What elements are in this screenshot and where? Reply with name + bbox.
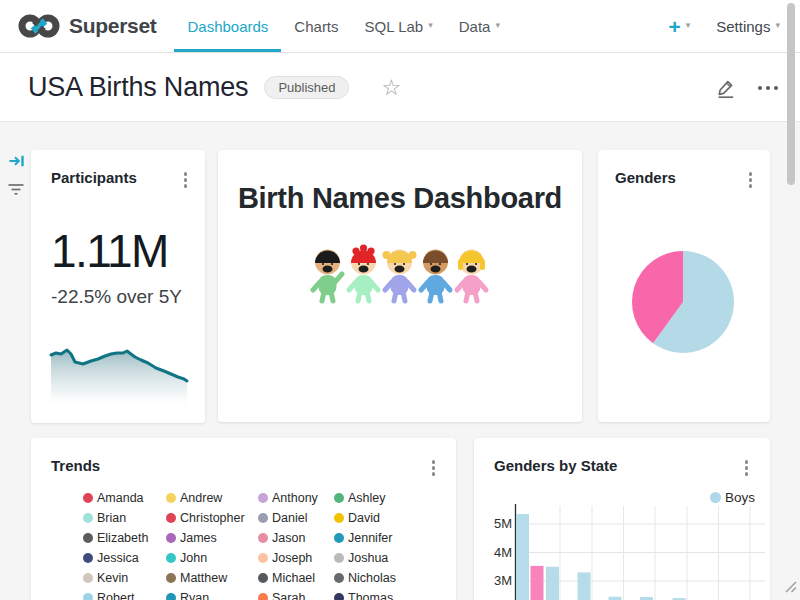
dashboard-grid: Participants 1.11M -22.5% over 5Y Birth … [0, 122, 800, 600]
legend-label: Amanda [97, 491, 144, 505]
page-title: USA Births Names [28, 72, 248, 103]
nav-item-label: Data [459, 18, 491, 35]
nav-right-actions: + ▾ Settings ▾ [668, 0, 800, 52]
main-nav: DashboardsChartsSQL Lab▾Data▾ [174, 0, 512, 52]
legend-bullet [166, 593, 176, 600]
legend-bullet [258, 553, 268, 563]
bar-boys[interactable] [546, 567, 559, 600]
edit-dashboard-button[interactable] [714, 76, 738, 100]
legend-label: John [180, 551, 207, 565]
genders-pie-chart [631, 250, 735, 354]
bar-boys[interactable] [516, 514, 529, 600]
favorite-star-icon[interactable]: ☆ [381, 77, 401, 99]
legend-item-amanda[interactable]: Amanda [83, 491, 166, 505]
card-menu-button[interactable] [182, 170, 190, 190]
legend-label: Jessica [97, 551, 139, 565]
legend-item-elizabeth[interactable]: Elizabeth [83, 531, 166, 545]
chart-title: Genders by State [494, 457, 617, 474]
legend-label: Sarah [272, 591, 305, 600]
legend-item-robert[interactable]: Robert [83, 591, 166, 600]
brand-name: Superset [69, 14, 156, 38]
nav-item-data[interactable]: Data▾ [446, 0, 513, 52]
more-options-button[interactable] [758, 86, 778, 90]
dashboard-header: USA Births Names Published ☆ [0, 54, 800, 122]
legend-item-ryan[interactable]: Ryan [166, 591, 258, 600]
nav-item-charts[interactable]: Charts [281, 0, 351, 52]
legend-item-andrew[interactable]: Andrew [166, 491, 258, 505]
child-figure [457, 250, 486, 302]
nav-item-dashboards[interactable]: Dashboards [174, 0, 281, 52]
legend-bullet [83, 593, 93, 600]
resize-grip-icon [780, 576, 798, 594]
legend-item-jennifer[interactable]: Jennifer [334, 531, 450, 545]
card-menu-button[interactable] [743, 458, 751, 478]
top-navbar: Superset DashboardsChartsSQL Lab▾Data▾ +… [0, 0, 800, 53]
child-figure [349, 244, 378, 301]
legend-bullet [258, 513, 268, 523]
legend-label: Ryan [180, 591, 209, 600]
card-participants: Participants 1.11M -22.5% over 5Y [31, 150, 205, 423]
legend-item-michael[interactable]: Michael [258, 571, 334, 585]
legend-label: Robert [97, 591, 135, 600]
legend-label: Joseph [272, 551, 312, 565]
legend-item-david[interactable]: David [334, 511, 450, 525]
bar-boys[interactable] [578, 572, 591, 600]
legend-bullet [258, 573, 268, 583]
legend-item-joshua[interactable]: Joshua [334, 551, 450, 565]
legend-item-kevin[interactable]: Kevin [83, 571, 166, 585]
card-trends: Trends AmandaAndrewAnthonyAshleyBrianChr… [31, 438, 456, 600]
card-menu-button[interactable] [747, 170, 755, 190]
chevron-down-icon: ▾ [428, 20, 433, 30]
legend-item-joseph[interactable]: Joseph [258, 551, 334, 565]
legend-label: Christopher [180, 511, 245, 525]
arrow-to-bar-icon [8, 152, 26, 170]
plus-icon: + [668, 16, 680, 37]
child-figure [421, 250, 450, 302]
legend-bullet [334, 573, 344, 583]
ellipsis-icon [758, 86, 762, 90]
expand-filter-bar-button[interactable] [8, 152, 26, 174]
legend-item-sarah[interactable]: Sarah [258, 591, 334, 600]
chevron-down-icon: ▾ [495, 20, 500, 30]
legend-item-jessica[interactable]: Jessica [83, 551, 166, 565]
new-item-dropdown[interactable]: + ▾ [668, 16, 690, 37]
settings-menu[interactable]: Settings ▾ [716, 18, 780, 35]
chart-title: Participants [51, 169, 137, 186]
legend-label: Thomas [348, 591, 393, 600]
legend-item-nicholas[interactable]: Nicholas [334, 571, 450, 585]
children-illustration [310, 242, 490, 304]
superset-logo-icon [18, 12, 60, 40]
legend-item-ashley[interactable]: Ashley [334, 491, 450, 505]
legend-label: Elizabeth [97, 531, 148, 545]
superset-logo[interactable]: Superset [0, 0, 166, 52]
legend-item-matthew[interactable]: Matthew [166, 571, 258, 585]
header-actions [714, 76, 778, 100]
legend-item-jason[interactable]: Jason [258, 531, 334, 545]
legend-item-daniel[interactable]: Daniel [258, 511, 334, 525]
legend-item-christopher[interactable]: Christopher [166, 511, 258, 525]
legend-label: Joshua [348, 551, 388, 565]
bar-girls[interactable] [531, 566, 544, 600]
chart-title: Genders [615, 169, 676, 186]
legend-item-thomas[interactable]: Thomas [334, 591, 450, 600]
status-badge[interactable]: Published [264, 76, 349, 99]
legend-item-anthony[interactable]: Anthony [258, 491, 334, 505]
chart-title: Trends [51, 457, 100, 474]
legend-label: Andrew [180, 491, 222, 505]
resize-handle[interactable] [780, 576, 798, 598]
legend-bullet [166, 573, 176, 583]
vertical-scrollbar[interactable] [787, 3, 795, 185]
legend-item-james[interactable]: James [166, 531, 258, 545]
nav-item-label: Charts [294, 18, 338, 35]
legend-label: James [180, 531, 217, 545]
card-menu-button[interactable] [430, 458, 438, 478]
filter-list-button[interactable] [6, 180, 26, 202]
legend-bullet [334, 553, 344, 563]
legend-bullet [166, 533, 176, 543]
legend-label: Jason [272, 531, 305, 545]
big-number-delta: -22.5% over 5Y [51, 286, 182, 308]
legend-item-brian[interactable]: Brian [83, 511, 166, 525]
nav-item-sql-lab[interactable]: SQL Lab▾ [352, 0, 446, 52]
settings-label: Settings [716, 18, 770, 35]
legend-item-john[interactable]: John [166, 551, 258, 565]
